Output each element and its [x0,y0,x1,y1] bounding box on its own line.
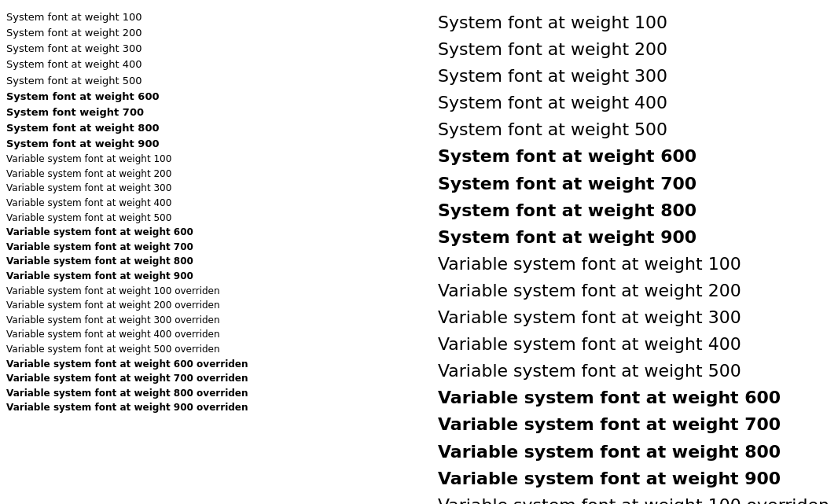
left-text-item: System font at weight 900 [6,136,400,152]
left-text-item: Variable system font at weight 800 overr… [6,386,400,401]
left-text-item: Variable system font at weight 100 overr… [6,284,400,299]
left-text-item: System font at weight 400 [6,57,400,72]
left-text-item: Variable system font at weight 200 [6,167,400,182]
right-text-item: Variable system font at weight 400 [438,331,832,358]
left-text-item: Variable system font at weight 500 overr… [6,342,400,357]
right-text-item: Variable system font at weight 900 [438,465,832,492]
right-text-item: Variable system font at weight 300 [438,304,832,331]
right-text-item: Variable system font at weight 600 [438,384,832,411]
left-text-item: Variable system font at weight 300 overr… [6,313,400,328]
left-text-item: System font at weight 600 [6,89,400,105]
right-text-item: Variable system font at weight 100 [438,251,832,278]
right-text-item: System font at weight 200 [438,36,832,63]
left-text-item: System font at weight 100 [6,9,400,25]
right-text-item: Variable system font at weight 800 [438,439,832,465]
left-text-item: Variable system font at weight 700 overr… [6,371,400,386]
left-text-item: Variable system font at weight 400 [6,196,400,211]
left-text-item: Variable system font at weight 900 [6,269,400,284]
right-text-item: Variable system font at weight 100 overr… [438,492,832,504]
left-text-item: System font at weight 500 [6,73,400,89]
left-text-item: System font at weight 800 [6,120,400,136]
right-text-item: System font at weight 400 [438,90,832,116]
right-column: System font at weight 100System font at … [406,6,838,504]
right-text-item: System font at weight 900 [438,224,832,251]
left-text-item: Variable system font at weight 300 [6,181,400,196]
left-text-item: Variable system font at weight 200 overr… [6,298,400,313]
right-text-item: System font at weight 800 [438,197,832,224]
left-text-item: Variable system font at weight 600 overr… [6,357,400,372]
left-text-item: Variable system font at weight 700 [6,240,400,255]
left-text-item: System font at weight 200 [6,25,400,41]
right-text-item: Variable system font at weight 200 [438,278,832,304]
left-text-item: System font weight 700 [6,105,400,120]
left-text-item: Variable system font at weight 400 overr… [6,327,400,342]
right-text-item: Variable system font at weight 500 [438,358,832,384]
main-container: System font at weight 100System font at … [0,0,838,504]
left-text-item: Variable system font at weight 600 [6,225,400,240]
left-text-item: Variable system font at weight 800 [6,254,400,269]
left-column: System font at weight 100System font at … [0,6,406,504]
right-text-item: System font at weight 100 [438,9,832,36]
left-text-item: System font at weight 300 [6,41,400,57]
right-text-item: System font at weight 600 [438,143,832,170]
left-text-item: Variable system font at weight 500 [6,211,400,226]
left-text-item: Variable system font at weight 100 [6,152,400,167]
right-text-item: Variable system font at weight 700 [438,411,832,438]
right-text-item: System font at weight 500 [438,116,832,143]
right-text-item: System font at weight 300 [438,63,832,90]
right-text-item: System font at weight 700 [438,171,832,197]
left-text-item: Variable system font at weight 900 overr… [6,400,400,415]
